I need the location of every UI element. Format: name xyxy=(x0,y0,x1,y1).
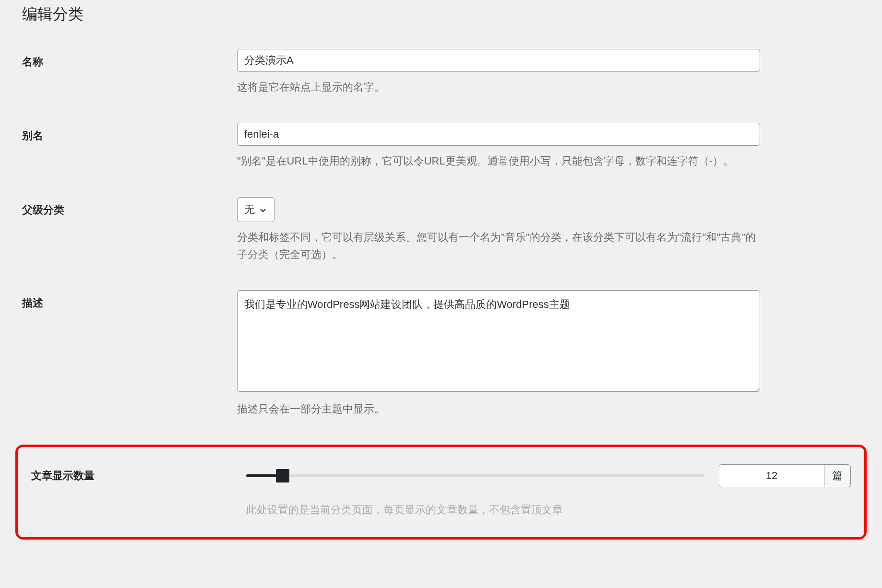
post-count-slider[interactable] xyxy=(246,474,704,477)
post-count-unit: 篇 xyxy=(824,464,851,487)
name-label: 名称 xyxy=(22,49,237,69)
slug-help-text: "别名"是在URL中使用的别称，它可以令URL更美观。通常使用小写，只能包含字母… xyxy=(237,153,760,170)
parent-label: 父级分类 xyxy=(22,197,237,217)
post-count-value-input[interactable] xyxy=(719,464,824,487)
field-row-name: 名称 这将是它在站点上显示的名字。 xyxy=(15,49,867,96)
slider-thumb[interactable] xyxy=(276,469,289,482)
slug-label: 别名 xyxy=(22,123,237,143)
field-row-parent: 父级分类 无 分类和标签不同，它可以有层级关系。您可以有一个名为"音乐"的分类，… xyxy=(15,197,867,264)
field-row-slug: 别名 "别名"是在URL中使用的别称，它可以令URL更美观。通常使用小写，只能包… xyxy=(15,123,867,170)
parent-select-value: 无 xyxy=(244,202,255,217)
description-textarea[interactable] xyxy=(237,290,760,392)
parent-select[interactable]: 无 xyxy=(237,197,274,222)
name-help-text: 这将是它在站点上显示的名字。 xyxy=(237,79,760,96)
description-label: 描述 xyxy=(22,290,237,310)
name-input[interactable] xyxy=(237,49,760,72)
post-count-label: 文章显示数量 xyxy=(31,469,246,483)
page-title: 编辑分类 xyxy=(15,0,867,25)
field-row-description: 描述 描述只会在一部分主题中显示。 xyxy=(15,290,867,418)
parent-help-text: 分类和标签不同，它可以有层级关系。您可以有一个名为"音乐"的分类，在该分类下可以… xyxy=(237,229,760,264)
field-row-post-count: 文章显示数量 篇 xyxy=(31,464,851,487)
slug-input[interactable] xyxy=(237,123,760,146)
post-count-help-text: 此处设置的是当前分类页面，每页显示的文章数量，不包含置顶文章 xyxy=(246,503,851,517)
description-help-text: 描述只会在一部分主题中显示。 xyxy=(237,400,760,418)
chevron-down-icon xyxy=(259,205,267,214)
highlighted-post-count-section: 文章显示数量 篇 此处设置的是当前分类页面，每页显示的文章数量，不包含置顶文章 xyxy=(15,445,867,540)
